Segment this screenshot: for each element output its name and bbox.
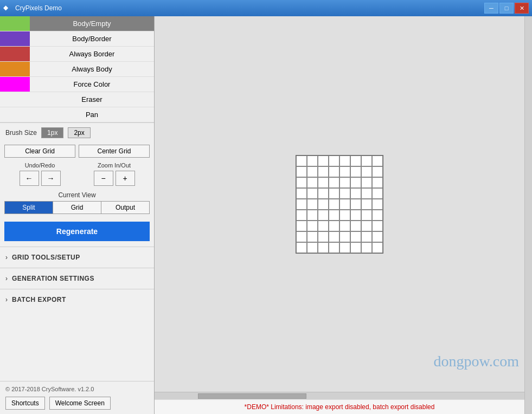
view-tab-split[interactable]: Split (5, 202, 53, 214)
pixel-cell[interactable] (296, 188, 307, 199)
tool-item-body-empty[interactable]: Body/Empty (0, 16, 154, 31)
tool-item-always-border[interactable]: Always Border (0, 47, 154, 62)
zoom-in-button[interactable]: + (116, 171, 135, 186)
pixel-cell[interactable] (296, 221, 307, 231)
pixel-cell[interactable] (329, 231, 339, 242)
vertical-scrollbar[interactable] (524, 16, 532, 414)
pixel-cell[interactable] (307, 156, 318, 166)
pixel-cell[interactable] (329, 242, 339, 253)
pixel-cell[interactable] (307, 177, 318, 188)
pixel-cell[interactable] (350, 166, 361, 177)
pixel-cell[interactable] (296, 231, 307, 242)
pixel-cell[interactable] (318, 199, 329, 210)
pixel-cell[interactable] (361, 188, 372, 199)
pixel-cell[interactable] (329, 210, 339, 221)
pixel-cell[interactable] (329, 188, 339, 199)
pixel-cell[interactable] (339, 242, 350, 253)
canvas-area[interactable]: dongpow.com (155, 16, 524, 392)
view-tab-grid[interactable]: Grid (53, 202, 101, 214)
pixel-cell[interactable] (329, 166, 339, 177)
pixel-cell[interactable] (318, 177, 329, 188)
tool-item-always-body[interactable]: Always Body (0, 62, 154, 77)
tool-item-force-color[interactable]: Force Color (0, 77, 154, 92)
pixel-cell[interactable] (307, 221, 318, 231)
brush-2px-button[interactable]: 2px (68, 127, 90, 138)
pixel-cell[interactable] (296, 199, 307, 210)
pixel-cell[interactable] (329, 156, 339, 166)
pixel-cell[interactable] (339, 188, 350, 199)
maximize-button[interactable]: □ (499, 3, 514, 14)
pixel-cell[interactable] (318, 166, 329, 177)
pixel-cell[interactable] (372, 242, 383, 253)
undo-button[interactable]: ← (20, 171, 39, 186)
pixel-cell[interactable] (372, 156, 383, 166)
pixel-cell[interactable] (372, 210, 383, 221)
zoom-out-button[interactable]: − (94, 171, 113, 186)
pixel-cell[interactable] (350, 221, 361, 231)
accordion-batch[interactable]: › BATCH EXPORT (0, 289, 154, 310)
pixel-cell[interactable] (307, 188, 318, 199)
welcome-screen-button[interactable]: Welcome Screen (49, 397, 111, 410)
tool-item-pan[interactable]: Pan (0, 107, 154, 122)
pixel-cell[interactable] (296, 166, 307, 177)
accordion-generation[interactable]: › GENERATION SETTINGS (0, 268, 154, 289)
pixel-cell[interactable] (296, 242, 307, 253)
pixel-cell[interactable] (372, 221, 383, 231)
pixel-cell[interactable] (350, 177, 361, 188)
pixel-cell[interactable] (372, 231, 383, 242)
horizontal-scrollbar[interactable] (155, 392, 524, 399)
pixel-cell[interactable] (318, 221, 329, 231)
pixel-cell[interactable] (307, 166, 318, 177)
pixel-cell[interactable] (339, 177, 350, 188)
pixel-cell[interactable] (329, 199, 339, 210)
pixel-cell[interactable] (372, 188, 383, 199)
pixel-cell[interactable] (372, 177, 383, 188)
pixel-cell[interactable] (296, 177, 307, 188)
pixel-cell[interactable] (372, 166, 383, 177)
pixel-cell[interactable] (307, 210, 318, 221)
pixel-cell[interactable] (329, 177, 339, 188)
pixel-cell[interactable] (361, 156, 372, 166)
pixel-cell[interactable] (296, 156, 307, 166)
pixel-cell[interactable] (350, 199, 361, 210)
brush-1px-button[interactable]: 1px (41, 127, 63, 138)
pixel-cell[interactable] (318, 188, 329, 199)
pixel-cell[interactable] (329, 221, 339, 231)
pixel-cell[interactable] (318, 242, 329, 253)
pixel-cell[interactable] (296, 210, 307, 221)
pixel-cell[interactable] (350, 210, 361, 221)
pixel-cell[interactable] (361, 242, 372, 253)
regenerate-button[interactable]: Regenerate (4, 222, 150, 241)
pixel-cell[interactable] (307, 231, 318, 242)
close-button[interactable]: ✕ (515, 3, 529, 14)
accordion-grid-tools[interactable]: › GRID TOOLS/SETUP (0, 247, 154, 268)
pixel-cell[interactable] (339, 231, 350, 242)
shortcuts-button[interactable]: Shortcuts (5, 397, 45, 410)
pixel-cell[interactable] (339, 166, 350, 177)
pixel-cell[interactable] (339, 221, 350, 231)
pixel-cell[interactable] (307, 242, 318, 253)
pixel-cell[interactable] (361, 166, 372, 177)
pixel-cell[interactable] (307, 199, 318, 210)
redo-button[interactable]: → (41, 171, 61, 186)
pixel-cell[interactable] (361, 199, 372, 210)
scrollbar-thumb[interactable] (198, 393, 306, 399)
clear-grid-button[interactable]: Clear Grid (4, 145, 75, 158)
view-tab-output[interactable]: Output (101, 202, 149, 214)
pixel-cell[interactable] (372, 199, 383, 210)
pixel-cell[interactable] (318, 210, 329, 221)
pixel-cell[interactable] (361, 221, 372, 231)
pixel-cell[interactable] (350, 242, 361, 253)
pixel-cell[interactable] (361, 177, 372, 188)
minimize-button[interactable]: ─ (484, 3, 498, 14)
tool-item-eraser[interactable]: Eraser (0, 92, 154, 107)
pixel-cell[interactable] (318, 231, 329, 242)
pixel-cell[interactable] (318, 156, 329, 166)
pixel-cell[interactable] (361, 231, 372, 242)
pixel-cell[interactable] (350, 188, 361, 199)
center-grid-button[interactable]: Center Grid (79, 145, 150, 158)
pixel-cell[interactable] (339, 210, 350, 221)
pixel-cell[interactable] (339, 199, 350, 210)
pixel-grid[interactable] (296, 155, 383, 254)
pixel-cell[interactable] (350, 231, 361, 242)
